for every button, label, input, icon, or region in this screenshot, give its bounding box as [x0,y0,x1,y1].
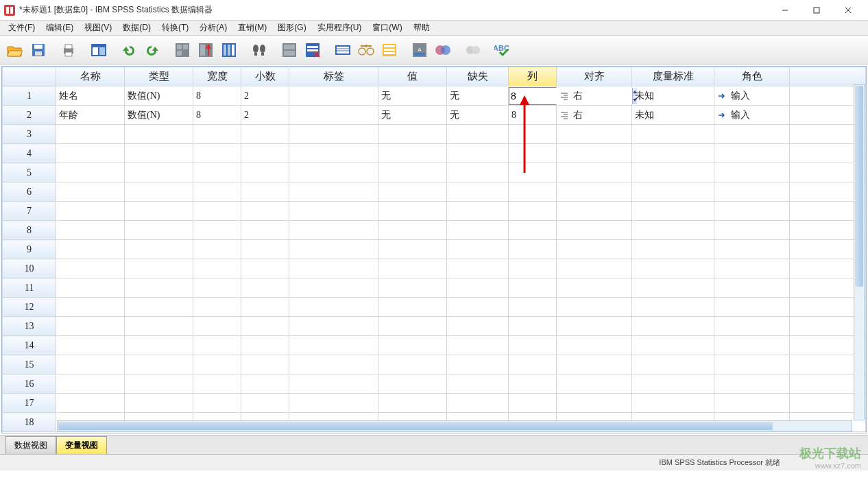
col-missing[interactable]: 缺失 [447,67,509,86]
cell-empty[interactable] [125,240,193,259]
cell-empty[interactable] [125,355,193,374]
cell-width[interactable]: 8 [193,86,241,106]
cell-width[interactable]: 8 [193,106,241,125]
cell-empty[interactable] [241,144,289,163]
cell-empty[interactable] [56,240,125,259]
col-name[interactable]: 名称 [56,67,125,86]
cell-empty[interactable] [56,298,125,317]
show-all-variables-icon[interactable] [432,39,454,61]
cell-missing[interactable]: 无 [447,86,509,106]
cell-empty[interactable] [632,163,714,182]
cell-empty[interactable] [378,240,447,259]
cell-empty[interactable] [632,355,714,374]
cell-empty[interactable] [378,278,447,298]
tab-data-view[interactable]: 数据视图 [5,436,56,454]
cell-empty[interactable] [241,182,289,202]
col-label[interactable]: 标签 [289,67,378,86]
cell-empty[interactable] [289,182,378,202]
cell-empty[interactable] [447,317,509,336]
cell-empty[interactable] [289,259,378,278]
row-header[interactable]: 2 [3,106,56,125]
cell-empty[interactable] [125,202,193,221]
select-cases-icon[interactable] [302,39,324,61]
cell-empty[interactable] [714,336,790,355]
cell-empty[interactable] [241,317,289,336]
close-button[interactable] [832,0,864,21]
split-file-icon[interactable] [278,39,300,61]
cell-empty[interactable] [557,317,632,336]
cell-empty[interactable] [378,221,447,240]
cell-empty[interactable] [557,240,632,259]
cell-empty[interactable] [447,259,509,278]
cell-empty[interactable] [56,163,125,182]
row-header[interactable]: 9 [3,240,56,259]
cell-empty[interactable] [125,298,193,317]
cell-decimals[interactable]: 2 [241,106,289,125]
cell-empty[interactable] [509,163,557,182]
cell-empty[interactable] [509,355,557,374]
cell-empty[interactable] [241,259,289,278]
cell-empty[interactable] [447,163,509,182]
cell-measure[interactable]: 未知 [632,106,714,125]
cell-empty[interactable] [632,125,714,144]
cell-empty[interactable] [193,144,241,163]
cell-empty[interactable] [557,336,632,355]
cell-empty[interactable] [447,125,509,144]
cell-empty[interactable] [509,374,557,394]
cell-empty[interactable] [714,278,790,298]
cell-empty[interactable] [241,240,289,259]
cell-empty[interactable] [125,259,193,278]
cell-empty[interactable] [125,163,193,182]
cell-empty[interactable] [193,202,241,221]
cell-empty[interactable] [632,259,714,278]
cell-empty[interactable] [125,182,193,202]
cell-empty[interactable] [241,394,289,413]
cell-empty[interactable] [193,182,241,202]
recall-dialog-icon[interactable] [88,39,110,61]
cell-empty[interactable] [557,202,632,221]
cell-empty[interactable] [241,202,289,221]
cell-empty[interactable] [241,163,289,182]
cell-empty[interactable] [56,125,125,144]
menu-edit[interactable]: 编辑(E) [40,21,79,35]
find-icon[interactable] [248,39,270,61]
cell-empty[interactable] [714,125,790,144]
open-icon[interactable] [4,39,26,61]
cell-empty[interactable] [289,125,378,144]
cell-empty[interactable] [557,298,632,317]
cell-empty[interactable] [632,317,714,336]
cell-empty[interactable] [714,317,790,336]
menu-graphs[interactable]: 图形(G) [272,21,311,35]
cell-empty[interactable] [714,374,790,394]
cell-empty[interactable] [241,298,289,317]
row-header[interactable]: 14 [3,336,56,355]
row-header[interactable]: 10 [3,259,56,278]
row-header[interactable]: 6 [3,182,56,202]
cell-empty[interactable] [509,221,557,240]
cell-empty[interactable] [714,163,790,182]
row-header[interactable]: 16 [3,374,56,394]
vertical-scrollbar[interactable] [854,84,865,420]
horizontal-scrollbar[interactable] [57,420,852,431]
cell-empty[interactable] [632,144,714,163]
cell-empty[interactable] [193,374,241,394]
cell-empty[interactable] [557,355,632,374]
cell-empty[interactable] [632,240,714,259]
cell-empty[interactable] [714,144,790,163]
row-header[interactable]: 4 [3,144,56,163]
cell-empty[interactable] [509,240,557,259]
cell-empty[interactable] [125,336,193,355]
cell-empty[interactable] [447,336,509,355]
col-columns[interactable]: 列 [509,67,557,86]
cell-empty[interactable] [714,202,790,221]
cell-empty[interactable] [125,221,193,240]
cell-role[interactable]: 输入 [714,86,790,106]
goto-variable-icon[interactable] [195,39,217,61]
row-header[interactable]: 7 [3,202,56,221]
cell-empty[interactable] [125,394,193,413]
cell-empty[interactable] [193,221,241,240]
menu-analyze[interactable]: 分析(A) [194,21,232,35]
cell-empty[interactable] [289,278,378,298]
row-header[interactable]: 3 [3,125,56,144]
cell-empty[interactable] [509,182,557,202]
